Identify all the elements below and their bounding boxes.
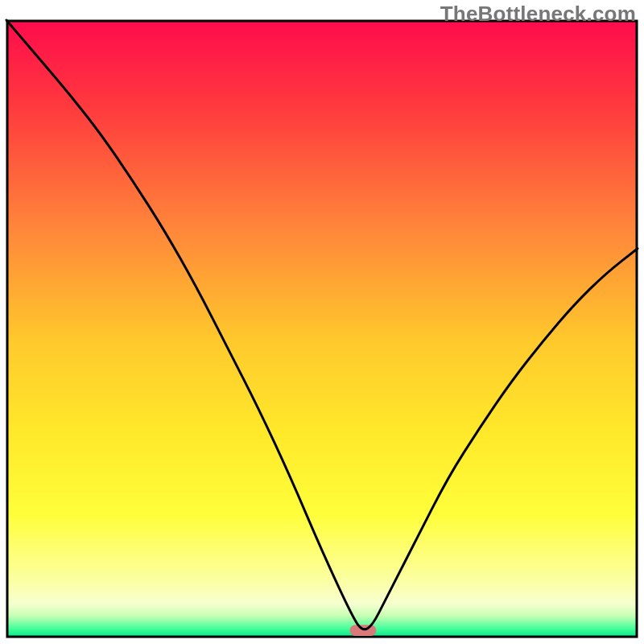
bottleneck-chart: TheBottleneck.com — [0, 0, 644, 644]
chart-lines — [0, 0, 644, 644]
